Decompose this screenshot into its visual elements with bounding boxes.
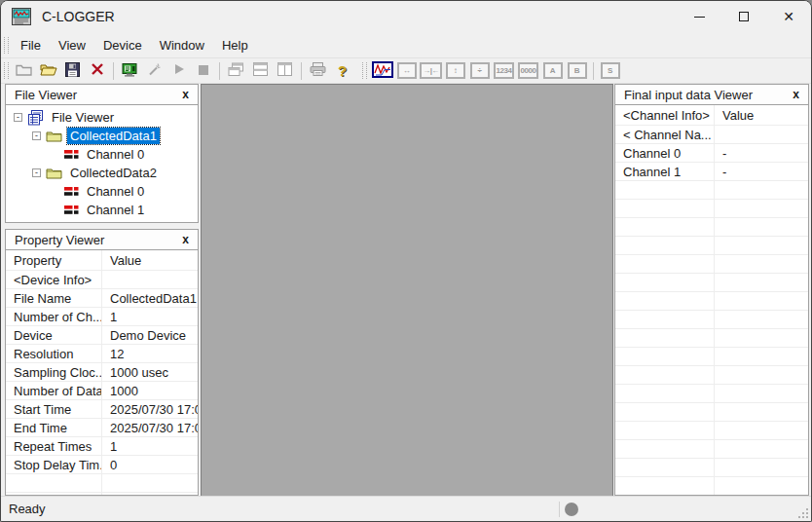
- column-header-value: Value: [102, 253, 198, 268]
- property-row[interactable]: Number of Data1000: [6, 382, 198, 400]
- tree-item-collecteddata1[interactable]: -CollectedData1: [6, 127, 198, 145]
- property-row[interactable]: Stop Delay Tim...0: [6, 456, 198, 474]
- final-input-row-empty: [615, 181, 808, 200]
- property-row[interactable]: DeviceDemo Device: [6, 326, 198, 345]
- final-input-row-empty: [615, 403, 808, 422]
- file-viewer-panel: File Viewer x -File Viewer-CollectedData…: [5, 84, 199, 223]
- print-button: [306, 59, 330, 83]
- final-input-row-empty: [615, 200, 808, 218]
- property-viewer-close-button[interactable]: x: [179, 233, 192, 246]
- toolbar-separator: [301, 62, 302, 80]
- property-value-cell: 2025/07/30 17:0...: [102, 421, 198, 435]
- property-name-cell: Start Time: [6, 400, 102, 418]
- final-input-row-empty: [615, 329, 808, 348]
- final-input-name-cell: [615, 459, 715, 476]
- property-table: Property Value <Device Info>File NameCol…: [6, 250, 198, 496]
- toolbar-main: ?: [12, 58, 354, 83]
- property-name-cell: Resolution: [6, 345, 102, 362]
- property-name-cell: Number of Data: [6, 382, 102, 399]
- workspace-canvas: [201, 84, 613, 497]
- tree-item-channel-0[interactable]: Channel 0: [6, 182, 198, 201]
- cursor-b-icon: B: [568, 62, 587, 79]
- collapse-expander-icon[interactable]: -: [32, 168, 41, 177]
- menu-item-file[interactable]: File: [12, 34, 50, 56]
- tile-horizontal-icon: [253, 62, 268, 79]
- property-row[interactable]: <Device Info>: [6, 271, 198, 289]
- menu-item-window[interactable]: Window: [151, 34, 213, 56]
- collapse-expander-icon[interactable]: -: [32, 131, 41, 140]
- tree-item-label: Channel 0: [84, 183, 147, 200]
- toolbar-main-gripper[interactable]: [4, 62, 9, 79]
- delete-button[interactable]: [85, 59, 109, 83]
- final-input-value-cell: -: [715, 165, 808, 179]
- resize-grip[interactable]: [798, 508, 808, 518]
- cascade-windows-button: [224, 59, 248, 83]
- property-value-cell: 1: [102, 439, 198, 454]
- property-row[interactable]: Start Time2025/07/30 17:0...: [6, 400, 198, 419]
- property-viewer-header[interactable]: Property Viewer x: [6, 230, 198, 250]
- sample-scale-button: 0000: [516, 59, 540, 83]
- property-name-cell: File Name: [6, 289, 102, 307]
- final-input-close-button[interactable]: x: [790, 88, 802, 101]
- final-input-name-cell: [615, 181, 715, 199]
- toolbar-wave-gripper[interactable]: [362, 62, 367, 79]
- maximize-button[interactable]: [721, 1, 766, 32]
- menubar-gripper[interactable]: [4, 37, 9, 54]
- time-scale-button: 1234: [492, 59, 516, 83]
- final-input-row-empty: [615, 274, 808, 292]
- property-row[interactable]: Sampling Cloc...1000 usec: [6, 363, 198, 382]
- device-button[interactable]: [118, 59, 142, 83]
- minimize-button[interactable]: [677, 1, 721, 32]
- property-row[interactable]: Repeat Times1: [6, 437, 198, 456]
- device-icon: [122, 62, 138, 80]
- tree-item-file-viewer[interactable]: -File Viewer: [6, 108, 198, 127]
- waveform-button[interactable]: [370, 59, 394, 83]
- fit-horizontal-icon: ↔: [397, 62, 417, 79]
- wand-button: [142, 59, 166, 83]
- file-viewer-header[interactable]: File Viewer x: [6, 85, 198, 105]
- property-name-cell: <Device Info>: [6, 271, 102, 288]
- start-button: [166, 59, 191, 83]
- tree-item-label: CollectedData2: [67, 165, 160, 181]
- main-area: File Viewer x -File Viewer-CollectedData…: [1, 84, 811, 496]
- help-button[interactable]: ?: [330, 59, 354, 83]
- final-input-table: <Channel Info> Value < Channel Na...Chan…: [615, 105, 808, 496]
- property-row[interactable]: File NameCollectedData1: [6, 289, 198, 308]
- maximize-icon: [739, 12, 749, 21]
- window-title: C-LOGGER: [42, 9, 677, 24]
- final-input-name-cell: [615, 477, 715, 495]
- final-input-row[interactable]: < Channel Na...: [615, 126, 808, 144]
- tree-item-channel-0[interactable]: Channel 0: [6, 145, 198, 164]
- channel-icon: [64, 205, 79, 215]
- close-button[interactable]: ✕: [766, 1, 811, 32]
- final-input-name-cell: Channel 1: [615, 163, 715, 180]
- fit-horizontal-button: ↔: [394, 59, 419, 83]
- menu-item-help[interactable]: Help: [213, 34, 257, 56]
- new-button: [12, 59, 36, 83]
- tile-vertical-icon: [277, 62, 292, 79]
- final-input-name-cell: [615, 274, 715, 291]
- cascade-windows-icon: [228, 62, 244, 80]
- toolbar-separator: [219, 62, 220, 80]
- final-input-header[interactable]: Final input data Viewer x: [615, 85, 808, 105]
- menu-item-view[interactable]: View: [50, 34, 94, 56]
- property-row[interactable]: Number of Ch...1: [6, 308, 198, 326]
- collapse-expander-icon[interactable]: -: [14, 113, 22, 122]
- file-viewer-close-button[interactable]: x: [179, 88, 192, 101]
- tree-item-collecteddata2[interactable]: -CollectedData2: [6, 164, 198, 182]
- final-input-row[interactable]: Channel 1-: [615, 163, 808, 181]
- final-input-name-cell: [615, 440, 715, 458]
- fit-vertical-button: ↕: [443, 59, 467, 83]
- tree-item-channel-1[interactable]: Channel 1: [6, 201, 198, 219]
- menu-item-device[interactable]: Device: [94, 34, 151, 56]
- final-input-row-empty: [615, 348, 808, 366]
- final-input-row[interactable]: Channel 0-: [615, 144, 808, 163]
- property-row[interactable]: Resolution12: [6, 345, 198, 363]
- property-row[interactable]: End Time2025/07/30 17:0...: [6, 419, 198, 437]
- open-button[interactable]: [36, 59, 60, 83]
- final-input-title: Final input data Viewer: [624, 88, 790, 102]
- app-icon: [12, 7, 33, 26]
- final-input-name-cell: [615, 311, 715, 328]
- save-button[interactable]: [60, 59, 85, 83]
- property-name-cell: Stop Delay Tim...: [6, 456, 102, 473]
